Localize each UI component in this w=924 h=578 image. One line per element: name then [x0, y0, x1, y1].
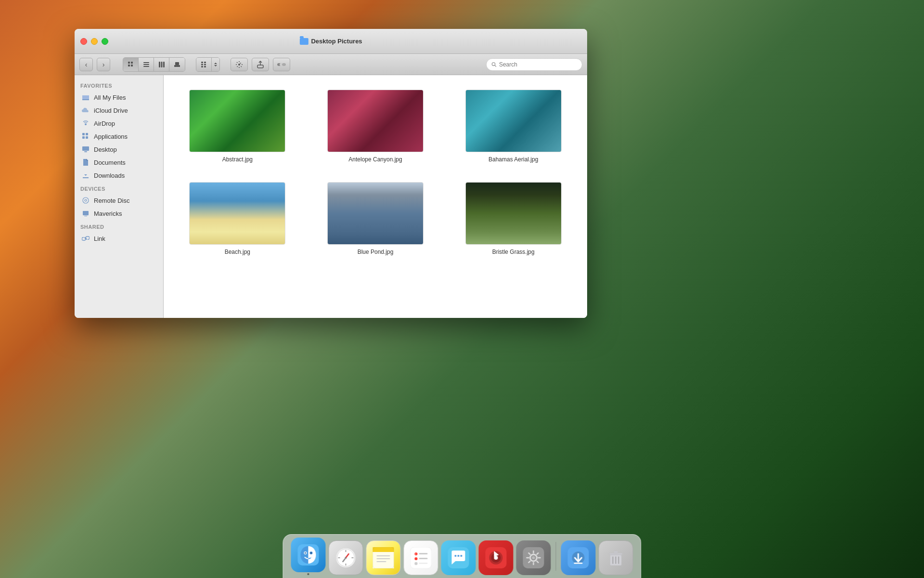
file-name-bahamas-aerial: Bahamas Aerial.jpg — [488, 156, 538, 163]
maximize-button[interactable] — [102, 38, 108, 45]
svg-rect-49 — [377, 561, 386, 562]
dock-icon-reminders: • — [404, 540, 438, 575]
sidebar-item-downloads[interactable]: Downloads — [77, 169, 161, 182]
svg-rect-1 — [131, 62, 133, 64]
svg-point-61 — [458, 555, 460, 557]
svg-rect-53 — [419, 553, 428, 554]
finder-face-icon — [298, 544, 319, 565]
dock-icon-downloads-folder — [561, 540, 596, 575]
file-thumbnail-blue-pond — [327, 182, 424, 245]
svg-rect-36 — [84, 216, 87, 216]
svg-point-41 — [310, 552, 312, 554]
messages-bubble-icon — [448, 547, 469, 568]
svg-rect-6 — [143, 66, 149, 67]
sidebar-item-airdrop[interactable]: AirDrop — [77, 117, 161, 130]
tag-button[interactable] — [273, 58, 290, 71]
dock-item-finder[interactable] — [291, 538, 326, 575]
svg-point-69 — [532, 556, 535, 559]
minimize-button[interactable] — [91, 38, 98, 45]
dock-item-itunes[interactable] — [479, 540, 513, 575]
sidebar-item-downloads-label: Downloads — [94, 172, 125, 179]
file-item-abstract[interactable]: Abstract.jpg — [173, 85, 302, 168]
devices-header: Devices — [75, 182, 163, 194]
sidebar-item-documents-label: Documents — [94, 159, 126, 166]
documents-icon — [81, 158, 90, 167]
svg-rect-31 — [82, 146, 89, 151]
svg-rect-83 — [609, 553, 623, 555]
sidebar-item-icloud-drive[interactable]: iCloud Drive — [77, 104, 161, 117]
file-thumbnail-antelope-canyon — [327, 90, 424, 152]
svg-rect-14 — [201, 62, 203, 63]
mavericks-icon — [81, 209, 90, 218]
sidebar-item-icloud-drive-label: iCloud Drive — [94, 107, 128, 114]
back-button[interactable]: ‹ — [79, 58, 93, 71]
dock-item-system-preferences[interactable] — [516, 540, 551, 575]
file-item-blue-pond[interactable]: Blue Pond.jpg — [311, 177, 440, 260]
file-item-beach[interactable]: Beach.jpg — [173, 177, 302, 260]
sidebar-item-desktop[interactable]: Desktop — [77, 143, 161, 156]
file-thumbnail-beach — [189, 182, 285, 245]
action-button[interactable] — [231, 58, 248, 71]
favorites-header: Favorites — [75, 79, 163, 91]
dock-item-safari[interactable] — [329, 540, 363, 575]
itunes-music-icon — [486, 547, 507, 568]
sidebar-item-remote-disc[interactable]: Remote Disc — [77, 194, 161, 207]
dock-item-reminders[interactable]: • — [404, 540, 438, 575]
dock-icon-system-preferences — [516, 540, 551, 575]
share-button[interactable] — [252, 58, 269, 71]
trash-can-icon — [605, 547, 627, 568]
svg-rect-29 — [82, 136, 85, 139]
dock-icon-safari — [329, 540, 363, 575]
desktop-icon — [81, 145, 90, 154]
sidebar-item-applications-label: Applications — [94, 133, 128, 140]
svg-point-33 — [83, 197, 89, 203]
svg-rect-17 — [204, 64, 206, 65]
sidebar-item-all-my-files[interactable]: All My Files — [77, 91, 161, 104]
svg-rect-28 — [86, 133, 88, 135]
sidebar-item-link-label: Link — [94, 235, 105, 242]
svg-rect-12 — [176, 65, 178, 67]
airdrop-icon — [81, 119, 90, 128]
svg-rect-84 — [614, 551, 618, 553]
svg-point-54 — [415, 557, 418, 560]
title-bar: Desktop Pictures — [75, 29, 587, 54]
dock-icon-messages — [441, 540, 476, 575]
file-item-bristle-grass[interactable]: Bristle Grass.jpg — [449, 177, 578, 260]
safari-compass-icon — [335, 547, 357, 568]
list-view-button[interactable] — [139, 58, 154, 71]
svg-point-62 — [461, 555, 462, 557]
dock: • — [283, 534, 642, 578]
file-name-antelope-canyon: Antelope Canyon.jpg — [348, 156, 402, 163]
folder-icon — [299, 38, 308, 45]
remote-disc-icon — [81, 196, 90, 205]
svg-point-26 — [85, 123, 87, 125]
search-icon — [491, 62, 497, 67]
svg-rect-18 — [201, 66, 203, 67]
sidebar-item-link[interactable]: Link — [77, 232, 161, 245]
dock-item-messages[interactable] — [441, 540, 476, 575]
sidebar-item-applications[interactable]: Applications — [77, 130, 161, 143]
sidebar-item-documents[interactable]: Documents — [77, 156, 161, 169]
svg-rect-7 — [159, 62, 160, 67]
arrange-chevron[interactable] — [212, 58, 219, 71]
toolbar: ‹ › — [75, 54, 587, 75]
arrange-button[interactable] — [196, 58, 212, 71]
close-button[interactable] — [80, 38, 87, 45]
dock-icon-notes — [366, 540, 401, 575]
forward-button[interactable]: › — [97, 58, 110, 71]
sidebar-item-mavericks[interactable]: Mavericks — [77, 207, 161, 220]
icon-view-button[interactable] — [123, 58, 139, 71]
svg-rect-57 — [419, 563, 428, 564]
file-thumbnail-bristle-grass — [465, 182, 562, 245]
search-box[interactable] — [486, 58, 582, 71]
dock-item-notes[interactable] — [366, 540, 401, 575]
column-view-button[interactable] — [154, 58, 169, 71]
svg-rect-48 — [377, 558, 390, 559]
coverflow-view-button[interactable] — [169, 58, 185, 71]
search-input[interactable] — [499, 61, 577, 68]
svg-rect-30 — [86, 136, 88, 139]
dock-item-trash[interactable] — [599, 540, 633, 575]
file-item-bahamas-aerial[interactable]: Bahamas Aerial.jpg — [449, 85, 578, 168]
file-item-antelope-canyon[interactable]: Antelope Canyon.jpg — [311, 85, 440, 168]
dock-item-downloads-folder[interactable] — [561, 540, 596, 575]
